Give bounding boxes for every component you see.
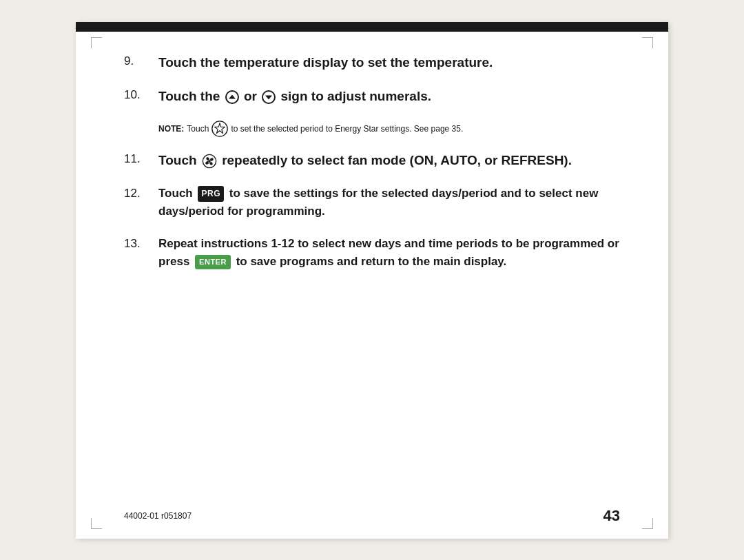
step-13-number: 13.	[124, 235, 158, 253]
step-13-text-after: to save programs and return to the main …	[236, 255, 507, 268]
svg-point-3	[208, 160, 211, 163]
footer: 44002-01 r051807 43	[124, 507, 620, 525]
step-10-text: Touch the or sign to adjust numerals.	[158, 86, 620, 106]
step-10-or: or	[244, 89, 257, 103]
corner-mark-br	[642, 518, 653, 529]
note-label: NOTE:	[158, 123, 184, 135]
fan-icon	[202, 154, 217, 169]
footer-left-text: 44002-01 r051807	[124, 511, 192, 521]
step-12-text-after: to save the settings for the selected da…	[158, 187, 598, 218]
corner-mark-tr	[642, 37, 653, 48]
prg-badge: PRG	[198, 186, 224, 202]
note-text-after: to set the selected period to Energy Sta…	[231, 123, 463, 135]
step-9: 9. Touch the temperature display to set …	[124, 52, 620, 72]
step-11-number: 11.	[124, 150, 158, 168]
step-11-text-before: Touch	[158, 153, 197, 167]
note-text-before: Touch	[187, 123, 209, 135]
note-block: NOTE: Touch to set the selected period t…	[158, 120, 620, 138]
footer-page-number: 43	[603, 507, 620, 525]
step-10-text-after: sign to adjust numerals.	[280, 89, 431, 103]
corner-mark-bl	[91, 518, 102, 529]
enter-badge: ENTER	[195, 255, 231, 269]
step-12-text: Touch PRG to save the settings for the s…	[158, 185, 620, 221]
step-10-number: 10.	[124, 86, 158, 104]
up-arrow-icon	[225, 90, 239, 104]
step-12: 12. Touch PRG to save the settings for t…	[124, 185, 620, 221]
corner-mark-tl	[91, 37, 102, 48]
step-13: 13. Repeat instructions 1-12 to select n…	[124, 235, 620, 271]
step-11-text-after: repeatedly to select fan mode (ON, AUTO,…	[222, 153, 572, 167]
energy-star-icon	[211, 120, 229, 138]
step-12-number: 12.	[124, 185, 158, 203]
step-9-number: 9.	[124, 52, 158, 70]
step-11-text: Touch repeatedly to select fan mode (ON,…	[158, 150, 620, 170]
step-9-text: Touch the temperature display to set the…	[158, 52, 620, 72]
svg-marker-1	[215, 123, 225, 134]
step-10: 10. Touch the or sign to adjust numerals…	[124, 86, 620, 106]
page: 9. Touch the temperature display to set …	[76, 22, 668, 539]
step-13-text: Repeat instructions 1-12 to select new d…	[158, 235, 620, 271]
step-12-text-before: Touch	[158, 187, 193, 200]
step-10-text-before: Touch the	[158, 89, 220, 103]
down-arrow-icon	[262, 90, 276, 104]
content: 9. Touch the temperature display to set …	[76, 32, 668, 313]
step-11: 11. Touch repeatedly to select fan mode …	[124, 150, 620, 170]
top-bar	[76, 22, 668, 32]
